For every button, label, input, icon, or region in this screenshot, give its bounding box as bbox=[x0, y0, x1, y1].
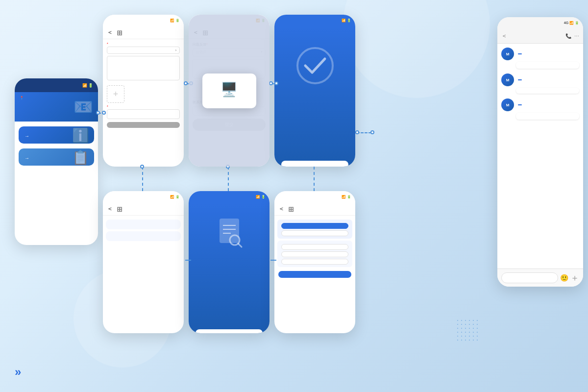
msg3-badge bbox=[518, 104, 522, 105]
phone6-content bbox=[189, 203, 270, 333]
phone2-upload-box[interactable]: + bbox=[107, 85, 124, 103]
phone5-back-icon[interactable]: ＜ bbox=[107, 205, 113, 213]
connector-v3 bbox=[314, 167, 315, 191]
svg-line-6 bbox=[238, 244, 242, 247]
arrow-icon: » bbox=[15, 365, 21, 379]
connector-dot-chat2 bbox=[370, 130, 374, 134]
phone7-q2-opt1[interactable] bbox=[281, 244, 348, 250]
phone2-signal: 📶 🔋 bbox=[170, 19, 180, 23]
phone5-header: ＜ ⊞ bbox=[103, 203, 184, 216]
phone-main-menu: 📶 🔋 📍 📧 → ℹ️ → 📋 bbox=[15, 78, 98, 245]
phone2-header: ＜ ⊞ bbox=[103, 26, 184, 39]
modal-icon: 🖥️ bbox=[210, 81, 248, 98]
chat-message-3: M bbox=[501, 98, 579, 120]
msg2-bubble bbox=[516, 88, 579, 94]
phone2-field1-label: * bbox=[107, 42, 180, 46]
case-cn-label: » bbox=[15, 365, 25, 379]
phone7-header: ＜ ⊞ bbox=[274, 203, 355, 216]
phone2-contact-label: * bbox=[107, 105, 180, 108]
connector-dot-2 bbox=[102, 111, 106, 115]
chat-input-area: 🙂 ＋ bbox=[497, 269, 583, 287]
phone4-content bbox=[274, 26, 355, 167]
chat-call-icon[interactable]: 📞 bbox=[565, 33, 571, 39]
svg-point-0 bbox=[297, 48, 333, 83]
chat-header: ＜ 📞 ⋯ bbox=[497, 29, 583, 44]
success-checkmark-icon bbox=[281, 46, 348, 91]
connector-dot-5 bbox=[269, 81, 273, 85]
survey-item-2[interactable] bbox=[106, 231, 181, 241]
phone3-modal-overlay: 🖥️ bbox=[189, 15, 270, 167]
avatar-3: M bbox=[501, 98, 514, 111]
phone2-field1-input[interactable]: › bbox=[107, 47, 180, 54]
phone2-textarea[interactable] bbox=[107, 56, 180, 80]
connector-dot-6 bbox=[274, 81, 278, 85]
case-presentation: » bbox=[15, 365, 25, 380]
phone3-modal-box: 🖥️ bbox=[202, 74, 256, 108]
feedback-icon: ℹ️ bbox=[72, 127, 89, 143]
phone5-menu-icon: ⊞ bbox=[117, 205, 122, 213]
chat-msg3-header: M bbox=[501, 98, 579, 111]
phone-survey-intro: 📶 🔋 bbox=[189, 191, 270, 333]
phone7-q1-opt2[interactable] bbox=[281, 230, 348, 236]
connector-6-7 bbox=[270, 260, 276, 261]
survey-search-icon bbox=[196, 215, 263, 254]
menu-card-feedback[interactable]: → ℹ️ bbox=[19, 126, 94, 144]
connector-dot-chat1 bbox=[355, 130, 359, 134]
chat-message-1: M bbox=[501, 48, 579, 69]
msg3-bubble bbox=[516, 113, 579, 120]
chat-msg2-header: M bbox=[501, 74, 579, 86]
connector-vdot-1 bbox=[140, 165, 144, 169]
phone7-q2-opt3[interactable] bbox=[281, 259, 348, 265]
phone6-signal: 📶 🔋 bbox=[256, 195, 266, 199]
phone-feedback-form: 📶 🔋 ＜ ⊞ * › + * bbox=[103, 15, 184, 167]
chat-more-icon[interactable]: ⋯ bbox=[574, 33, 579, 39]
phone5-signal: 📶 🔋 bbox=[170, 195, 180, 199]
connector-5-6 bbox=[185, 260, 191, 261]
phone2-contact-input[interactable] bbox=[107, 109, 180, 119]
phone7-continue-btn[interactable] bbox=[278, 271, 351, 278]
phone2-submit-btn[interactable] bbox=[107, 122, 180, 128]
msg2-badge bbox=[518, 79, 522, 80]
avatar-2: M bbox=[501, 74, 514, 86]
phone7-q1 bbox=[277, 220, 352, 239]
phone4-signal: 📶 🔋 bbox=[342, 19, 351, 23]
chat-add-icon[interactable]: ＋ bbox=[570, 272, 579, 284]
connector-dot-3 bbox=[184, 81, 188, 85]
phone-feedback-modal: 📶 🔋 ＜ ⊞ 问题反馈* 请选择 › 联系方式* 提交 🖥️ bbox=[189, 15, 270, 167]
menu-card-survey[interactable]: → 📋 bbox=[19, 148, 94, 166]
connector-v1 bbox=[142, 167, 143, 191]
chat-back-icon[interactable]: ＜ bbox=[501, 32, 507, 40]
phone5-list bbox=[103, 216, 184, 245]
phone8-signal: 4G 📶 🔋 bbox=[564, 21, 579, 25]
phone1-signal: 📶 🔋 bbox=[82, 83, 93, 88]
start-btn[interactable] bbox=[196, 329, 263, 333]
phone7-note bbox=[274, 216, 355, 218]
phone-survey-questions: 📶 🔋 ＜ ⊞ bbox=[274, 191, 355, 333]
chat-input-field[interactable] bbox=[501, 272, 558, 283]
return-home-btn[interactable] bbox=[281, 161, 348, 167]
survey-icon: 📋 bbox=[72, 149, 89, 165]
msg1-bubble bbox=[516, 62, 579, 69]
phone1-deco-icon: 📧 bbox=[74, 98, 93, 116]
phone7-back-icon[interactable]: ＜ bbox=[278, 205, 284, 213]
avatar-1: M bbox=[501, 48, 514, 60]
phone7-q2 bbox=[277, 241, 352, 267]
phone7-menu-icon: ⊞ bbox=[288, 205, 294, 213]
phone2-menu-icon: ⊞ bbox=[117, 29, 122, 37]
phone7-q2-opt2[interactable] bbox=[281, 251, 348, 257]
chat-emoji-icon[interactable]: 🙂 bbox=[560, 274, 568, 282]
msg1-badge bbox=[518, 53, 522, 54]
chat-msg1-header: M bbox=[501, 48, 579, 60]
chat-message-2: M bbox=[501, 74, 579, 94]
phone7-q1-opt1[interactable] bbox=[281, 223, 348, 229]
phone7-signal: 📶 🔋 bbox=[342, 195, 351, 199]
back-arrow-icon[interactable]: ＜ bbox=[107, 28, 113, 37]
connector-dot-1 bbox=[96, 111, 100, 115]
chat-message-area: M M M bbox=[497, 44, 583, 128]
phone-success: 📶 🔋 bbox=[274, 15, 355, 167]
phone2-form: * › + * bbox=[103, 39, 184, 131]
survey-item-1[interactable] bbox=[106, 220, 181, 229]
phone-chat: 4G 📶 🔋 ＜ 📞 ⋯ M M bbox=[497, 17, 583, 287]
chat-action-icons: 📞 ⋯ bbox=[565, 33, 579, 39]
connector-v2 bbox=[228, 167, 229, 191]
